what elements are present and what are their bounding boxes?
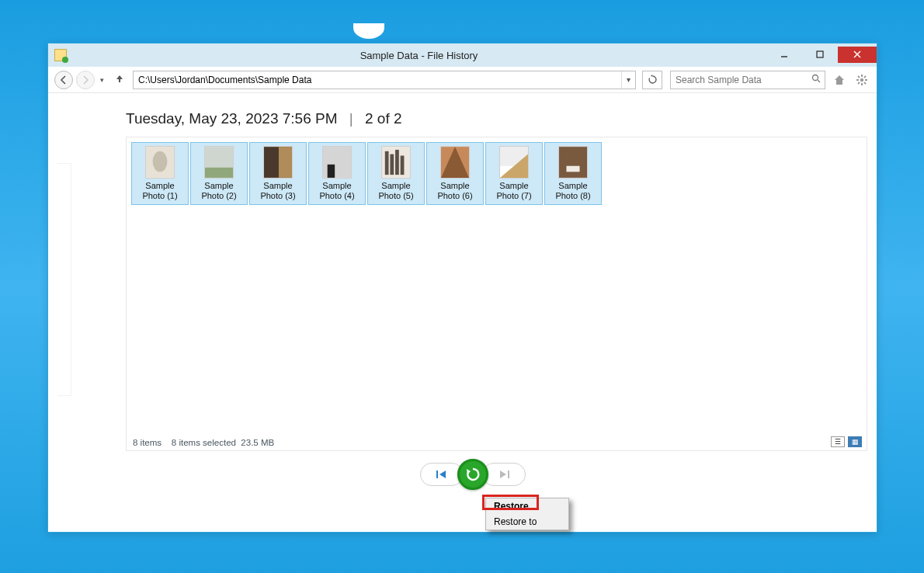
thumbnail-icon — [440, 146, 470, 179]
status-bar: 8 items 8 items selected 23.5 MB — [133, 438, 274, 447]
svg-rect-24 — [385, 151, 389, 175]
back-button[interactable] — [54, 71, 73, 89]
version-header: Tuesday, May 23, 2023 7:56 PM | 2 of 2 — [78, 93, 867, 137]
svg-marker-37 — [500, 471, 506, 478]
address-input[interactable] — [134, 75, 621, 85]
up-button[interactable] — [109, 73, 130, 86]
list-item[interactable]: SamplePhoto (7) — [485, 142, 543, 205]
minimize-button[interactable] — [766, 47, 802, 63]
thumbnail-icon — [204, 146, 234, 179]
svg-line-12 — [864, 82, 866, 84]
menu-item-restore-to[interactable]: Restore to — [486, 514, 568, 530]
svg-rect-32 — [559, 147, 587, 178]
version-timestamp: Tuesday, May 23, 2023 7:56 PM — [126, 110, 338, 127]
window-title: Sample Data - File History — [71, 50, 766, 61]
file-listing[interactable]: SamplePhoto (1) SamplePhoto (2) SamplePh… — [126, 137, 867, 451]
gear-icon[interactable] — [853, 71, 870, 89]
svg-rect-20 — [279, 147, 292, 178]
list-item[interactable]: SamplePhoto (3) — [249, 142, 307, 205]
svg-rect-34 — [436, 471, 438, 478]
restore-button[interactable] — [457, 459, 488, 490]
list-item[interactable]: SamplePhoto (2) — [190, 142, 248, 205]
details-view-icon[interactable]: ☰ — [831, 436, 845, 447]
svg-marker-35 — [439, 471, 446, 478]
list-item[interactable]: SamplePhoto (5) — [367, 142, 425, 205]
background-taskbar-peek — [353, 23, 384, 39]
svg-rect-26 — [395, 150, 399, 175]
list-item[interactable]: SamplePhoto (4) — [308, 142, 366, 205]
address-dropdown-icon[interactable]: ▾ — [621, 71, 635, 89]
file-history-window: Sample Data - File History ▾ ▾ — [47, 43, 877, 533]
search-icon[interactable] — [808, 74, 825, 85]
svg-point-16 — [153, 151, 168, 172]
next-version-button[interactable] — [482, 463, 526, 486]
thumbnail-icon — [145, 146, 175, 179]
selection-size: 23.5 MB — [241, 438, 274, 447]
svg-rect-33 — [566, 166, 579, 172]
home-button[interactable] — [831, 71, 848, 89]
svg-line-11 — [858, 76, 860, 78]
svg-rect-25 — [390, 155, 394, 175]
menu-item-restore[interactable]: Restore — [486, 498, 568, 514]
thumbnail-icon — [558, 146, 588, 179]
svg-rect-21 — [323, 147, 351, 178]
forward-button[interactable] — [76, 71, 95, 89]
history-dropdown-icon[interactable]: ▾ — [98, 76, 106, 84]
selection-count: 8 items selected — [172, 438, 236, 447]
search-box[interactable] — [670, 71, 825, 89]
address-bar[interactable]: ▾ — [133, 71, 636, 89]
context-menu: Restore Restore to — [485, 498, 569, 530]
svg-rect-18 — [205, 168, 233, 178]
svg-line-5 — [818, 80, 820, 82]
refresh-button[interactable] — [642, 71, 662, 89]
svg-point-4 — [813, 75, 818, 81]
toolbar: ▾ ▾ — [48, 67, 877, 93]
thumbnail-icon — [499, 146, 529, 179]
svg-line-14 — [864, 76, 866, 78]
item-count: 8 items — [133, 438, 162, 447]
maximize-button[interactable] — [802, 47, 838, 63]
list-item[interactable]: SamplePhoto (1) — [131, 142, 189, 205]
thumbnails-view-icon[interactable]: ▦ — [848, 436, 862, 447]
svg-rect-38 — [508, 471, 509, 478]
navigation-controls — [78, 451, 867, 501]
titlebar[interactable]: Sample Data - File History — [48, 43, 877, 67]
thumbnail-icon — [381, 146, 411, 179]
left-sliver — [57, 163, 71, 396]
app-icon — [54, 49, 67, 61]
svg-point-6 — [860, 78, 863, 81]
version-page-indicator: 2 of 2 — [365, 110, 402, 127]
svg-rect-1 — [817, 51, 823, 57]
svg-rect-22 — [328, 165, 335, 178]
thumbnail-icon — [263, 146, 293, 179]
thumbnail-icon — [322, 146, 352, 179]
search-input[interactable] — [671, 75, 808, 85]
list-item[interactable]: SamplePhoto (8) — [544, 142, 602, 205]
svg-line-13 — [858, 82, 860, 84]
list-item[interactable]: SamplePhoto (6) — [426, 142, 484, 205]
svg-rect-17 — [205, 147, 233, 168]
close-button[interactable] — [838, 47, 877, 63]
svg-rect-27 — [401, 155, 405, 175]
